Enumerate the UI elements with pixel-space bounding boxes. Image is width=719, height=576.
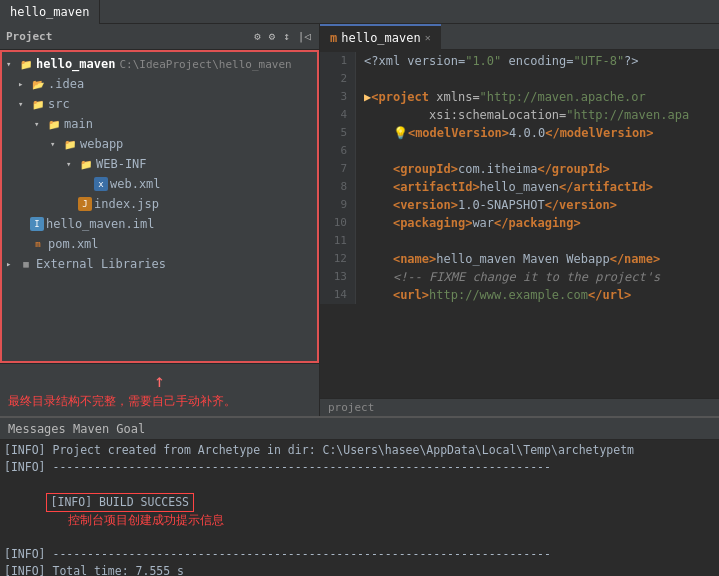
tree-label-3: main [64,117,93,131]
line-num-3: 3 [320,88,356,106]
tree-item-index-jsp[interactable]: J index.jsp [2,194,317,214]
tree-label-4: webapp [80,137,123,151]
jsp-icon: J [78,197,92,211]
line-content-4: xsi:schemaLocation="http://maven.apa [356,106,689,124]
folder-icon-5: 📁 [78,156,94,172]
tree-label-0: hello_maven [36,57,115,71]
code-line-12: 12 <name>hello_maven Maven Webapp</name> [320,250,719,268]
console-success-badge: [INFO] BUILD SUCCESS [46,493,194,512]
settings-icon[interactable]: ⚙ [252,29,263,44]
tree-label-2: src [48,97,70,111]
line-num-11: 11 [320,232,356,250]
line-num-1: 1 [320,52,356,70]
line-num-6: 6 [320,142,356,160]
tree-item-pom[interactable]: m pom.xml [2,234,317,254]
folder-icon-4: 📁 [62,136,78,152]
editor-tab-icon: m [330,25,337,51]
line-num-9: 9 [320,196,356,214]
main-layout: Project ⚙ ⚙ ↕ |◁ ▾ 📁 hello_maven C:\Idea… [0,24,719,416]
code-line-11: 11 [320,232,719,250]
panel-icons: ⚙ ⚙ ↕ |◁ [252,29,313,44]
collapse-icon[interactable]: |◁ [296,29,313,44]
tree-item-iml[interactable]: I hello_maven.iml [2,214,317,234]
xml-icon-0: x [94,177,108,191]
tree-arrow-1: ▸ [18,79,30,89]
editor-tab-close[interactable]: ✕ [425,25,431,51]
code-line-1: 1 <?xml version="1.0" encoding="UTF-8"?> [320,52,719,70]
tree-label-10: External Libraries [36,257,166,271]
tree-item-src[interactable]: ▾ 📁 src [2,94,317,114]
line-content-1: <?xml version="1.0" encoding="UTF-8"?> [356,52,639,70]
tree-path-0: C:\IdeaProject\hello_maven [119,58,291,71]
code-line-8: 8 <artifactId>hello_maven</artifactId> [320,178,719,196]
panel-title: Project [6,30,52,43]
line-content-9: <version>1.0-SNAPSHOT</version> [356,196,617,214]
tree-item-ext-lib[interactable]: ▸ ▦ External Libraries [2,254,317,274]
tree-arrow-3: ▾ [34,119,46,129]
line-num-4: 4 [320,106,356,124]
line-content-7: <groupId>com.itheima</groupId> [356,160,610,178]
tree-label-1: .idea [48,77,84,91]
line-num-14: 14 [320,286,356,304]
editor-footer-text: project [328,401,374,414]
tree-arrow-10: ▸ [6,259,18,269]
line-content-11 [356,232,364,250]
settings2-icon[interactable]: ⚙ [267,29,278,44]
top-tab-hello-maven[interactable]: hello_maven [0,0,100,24]
line-num-5: 5 [320,124,356,142]
line-content-12: <name>hello_maven Maven Webapp</name> [356,250,660,268]
maven-icon: m [30,236,46,252]
tree-arrow-2: ▾ [18,99,30,109]
bottom-panel-title: Messages Maven Goal [0,418,719,440]
editor-content: 1 <?xml version="1.0" encoding="UTF-8"?>… [320,50,719,398]
console-line-4: [INFO] ---------------------------------… [4,546,715,563]
tree-item-hello-maven[interactable]: ▾ 📁 hello_maven C:\IdeaProject\hello_mav… [2,54,317,74]
code-line-5: 5 💡<modelVersion>4.0.0</modelVersion> [320,124,719,142]
code-line-2: 2 [320,70,719,88]
annotation-arrow: ↑ [8,370,311,391]
line-content-13: <!-- FIXME change it to the project's [356,268,660,286]
tree-label-9: pom.xml [48,237,99,251]
tree-label-8: hello_maven.iml [46,217,154,231]
line-num-7: 7 [320,160,356,178]
console-highlight-text: 控制台项目创建成功提示信息 [54,513,224,527]
tree-item-web-inf[interactable]: ▾ 📁 WEB-INF [2,154,317,174]
console-line-1: [INFO] Project created from Archetype in… [4,442,715,459]
annotation-text: 最终目录结构不完整，需要自己手动补齐。 [8,393,311,410]
tree-label-6: web.xml [110,177,161,191]
panel-header: Project ⚙ ⚙ ↕ |◁ [0,24,319,50]
line-num-10: 10 [320,214,356,232]
editor-tab-hello-maven[interactable]: m hello_maven ✕ [320,24,441,50]
line-content-14: <url>http://www.example.com</url> [356,286,631,304]
right-panel: m hello_maven ✕ 1 <?xml version="1.0" en… [320,24,719,416]
code-line-6: 6 [320,142,719,160]
line-content-3: ▶<project xmlns="http://maven.apache.or [356,88,646,106]
editor-tab-label: hello_maven [341,25,420,51]
line-num-13: 13 [320,268,356,286]
lib-icon: ▦ [18,256,34,272]
line-num-2: 2 [320,70,356,88]
tree-label-5: WEB-INF [96,157,147,171]
folder-icon-0: 📁 [18,56,34,72]
tree-arrow-5: ▾ [66,159,78,169]
folder-icon-1: 📂 [30,76,46,92]
code-line-3: 3 ▶<project xmlns="http://maven.apache.o… [320,88,719,106]
console-line-5: [INFO] Total time: 7.555 s [4,563,715,576]
tree-arrow-4: ▾ [50,139,62,149]
tree-item-web-xml[interactable]: x web.xml [2,174,317,194]
folder-icon-3: 📁 [46,116,62,132]
project-tree: ▾ 📁 hello_maven C:\IdeaProject\hello_mav… [0,50,319,363]
annotation-area: ↑ 最终目录结构不完整，需要自己手动补齐。 [0,363,319,416]
tree-item-main[interactable]: ▾ 📁 main [2,114,317,134]
folder-icon-2: 📁 [30,96,46,112]
editor-tabs: m hello_maven ✕ [320,24,719,50]
tree-item-webapp[interactable]: ▾ 📁 webapp [2,134,317,154]
line-num-8: 8 [320,178,356,196]
code-line-13: 13 <!-- FIXME change it to the project's [320,268,719,286]
sort-icon[interactable]: ↕ [281,29,292,44]
line-content-10: <packaging>war</packaging> [356,214,581,232]
line-content-6 [356,142,364,160]
code-line-4: 4 xsi:schemaLocation="http://maven.apa [320,106,719,124]
tree-item-idea[interactable]: ▸ 📂 .idea [2,74,317,94]
code-line-7: 7 <groupId>com.itheima</groupId> [320,160,719,178]
